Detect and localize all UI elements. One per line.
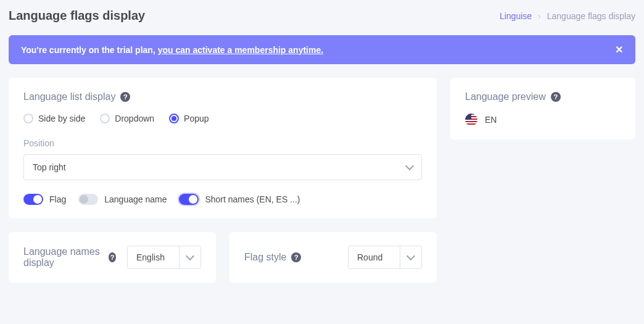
flag-style-select[interactable]: Round — [348, 246, 422, 269]
flag-style-card: Flag style ? Round — [229, 232, 437, 283]
chevron-down-icon — [405, 162, 414, 170]
page-title: Language flags display — [9, 9, 145, 23]
breadcrumb-root[interactable]: Linguise — [500, 11, 532, 21]
help-icon[interactable]: ? — [109, 252, 116, 262]
select-value: English — [128, 246, 179, 268]
card-heading: Language names display — [23, 246, 104, 268]
toggle-short-names-label: Short names (EN, ES ...) — [205, 194, 300, 204]
help-icon[interactable]: ? — [120, 92, 130, 102]
position-select[interactable]: Top right — [23, 154, 422, 180]
language-names-display-card: Language names display ? English — [9, 232, 216, 283]
radio-dropdown[interactable]: Dropdown — [100, 114, 154, 123]
select-value: Top right — [33, 162, 66, 172]
help-icon[interactable]: ? — [551, 92, 561, 102]
trial-banner: You're currently on the trial plan, you … — [9, 35, 635, 64]
language-names-select[interactable]: English — [127, 246, 201, 269]
card-heading: Language list display — [23, 91, 115, 102]
toggle-language-name-label: Language name — [104, 194, 167, 204]
language-preview-card: Language preview ? EN — [450, 78, 635, 139]
radio-label: Dropdown — [115, 114, 154, 123]
select-value: Round — [349, 246, 400, 268]
preview-language-code: EN — [485, 115, 497, 125]
toggle-flag-label: Flag — [49, 194, 66, 204]
breadcrumb: Linguise › Language flags display — [500, 11, 635, 21]
chevron-right-icon: › — [538, 11, 541, 21]
flag-us-icon — [465, 114, 477, 126]
card-heading: Language preview — [465, 91, 546, 102]
radio-label: Popup — [184, 114, 208, 123]
position-label: Position — [23, 138, 422, 148]
activate-membership-link[interactable]: you can activate a membership anytime. — [158, 45, 323, 55]
banner-text: You're currently on the trial plan, — [21, 45, 158, 55]
radio-icon — [100, 114, 110, 123]
radio-popup[interactable]: Popup — [169, 114, 208, 123]
card-heading: Flag style — [244, 252, 286, 263]
toggle-flag[interactable] — [23, 194, 43, 205]
chevron-down-icon — [407, 252, 415, 260]
toggle-language-name[interactable] — [78, 194, 98, 205]
language-list-display-card: Language list display ? Side by side Dro… — [9, 78, 437, 218]
help-icon[interactable]: ? — [291, 252, 301, 262]
radio-icon — [23, 114, 33, 123]
toggle-short-names[interactable] — [179, 194, 199, 205]
breadcrumb-current: Language flags display — [547, 11, 635, 21]
chevron-down-icon — [186, 252, 194, 260]
preview-language-item[interactable]: EN — [465, 114, 621, 126]
radio-side-by-side[interactable]: Side by side — [23, 114, 85, 123]
close-icon[interactable]: ✕ — [615, 44, 623, 56]
radio-icon — [169, 114, 179, 123]
radio-label: Side by side — [38, 114, 85, 123]
